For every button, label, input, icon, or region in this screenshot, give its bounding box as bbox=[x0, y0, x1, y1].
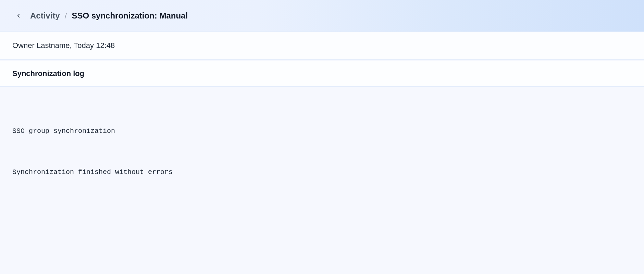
synchronization-log: SSO group synchronization Synchronizatio… bbox=[0, 87, 644, 203]
breadcrumb: Activity / SSO synchronization: Manual bbox=[30, 11, 188, 21]
breadcrumb-separator: / bbox=[65, 11, 67, 21]
info-bar: Owner Lastname, Today 12:48 bbox=[0, 32, 644, 60]
owner-timestamp: Owner Lastname, Today 12:48 bbox=[12, 41, 115, 50]
page-header: Activity / SSO synchronization: Manual bbox=[0, 0, 644, 32]
back-button[interactable] bbox=[12, 10, 25, 22]
breadcrumb-current: SSO synchronization: Manual bbox=[72, 11, 188, 21]
chevron-left-icon bbox=[15, 13, 22, 19]
log-line: Synchronization finished without errors bbox=[12, 165, 632, 179]
breadcrumb-parent-link[interactable]: Activity bbox=[30, 11, 60, 21]
section-title: Synchronization log bbox=[0, 61, 644, 87]
log-line: SSO group synchronization bbox=[12, 124, 632, 138]
